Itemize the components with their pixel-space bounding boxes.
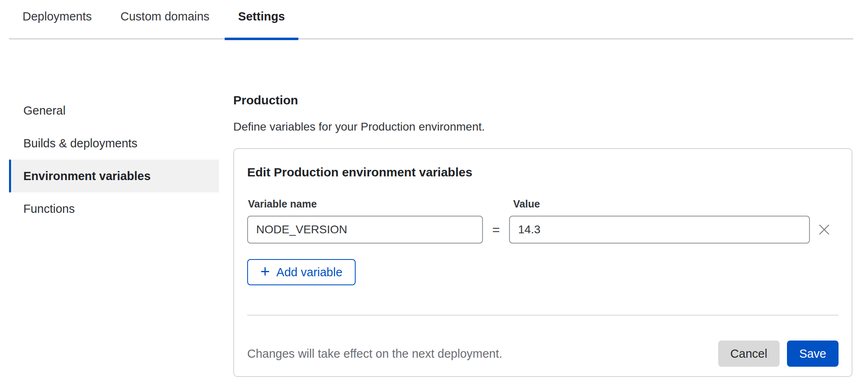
app-window: Deployments Custom domains Settings Gene…: [0, 0, 868, 388]
card-footer: Changes will take effect on the next dep…: [247, 341, 839, 367]
tab-bar: Deployments Custom domains Settings: [9, 0, 853, 39]
tab-settings-label: Settings: [238, 10, 285, 23]
sidebar-item-functions-label: Functions: [23, 202, 75, 216]
field-labels-row: Variable name Value: [247, 198, 839, 210]
add-variable-button[interactable]: + Add variable: [247, 259, 356, 285]
sidebar-item-environment-variables[interactable]: Environment variables: [9, 160, 219, 192]
variable-row: =: [247, 216, 839, 244]
card-title: Edit Production environment variables: [247, 165, 839, 179]
remove-variable-button[interactable]: [815, 220, 834, 239]
footer-actions: Cancel Save: [718, 341, 839, 367]
tab-custom-domains[interactable]: Custom domains: [107, 0, 223, 38]
settings-sidebar: General Builds & deployments Environment…: [9, 94, 219, 225]
page-title: Production: [233, 93, 852, 107]
plus-icon: +: [260, 263, 270, 280]
environment-variables-card: Edit Production environment variables Va…: [233, 148, 852, 377]
variable-name-label: Variable name: [247, 198, 483, 210]
tab-custom-domains-label: Custom domains: [120, 10, 210, 23]
sidebar-item-environment-variables-label: Environment variables: [23, 169, 151, 183]
close-icon: [817, 232, 831, 238]
tab-deployments[interactable]: Deployments: [9, 0, 105, 38]
add-variable-label: Add variable: [276, 266, 342, 279]
sidebar-item-general[interactable]: General: [9, 94, 219, 127]
sidebar-item-general-label: General: [23, 104, 65, 117]
variable-value-input[interactable]: [509, 216, 810, 244]
value-label: Value: [509, 198, 810, 210]
main-content: Production Define variables for your Pro…: [233, 93, 852, 377]
sidebar-item-builds-deployments-label: Builds & deployments: [23, 137, 138, 150]
deployment-note: Changes will take effect on the next dep…: [247, 347, 502, 361]
card-divider: [247, 315, 839, 316]
cancel-button[interactable]: Cancel: [718, 341, 780, 367]
variable-name-input[interactable]: [247, 216, 483, 244]
sidebar-item-functions[interactable]: Functions: [9, 192, 219, 225]
equals-sign: =: [483, 222, 509, 237]
sidebar-item-builds-deployments[interactable]: Builds & deployments: [9, 127, 219, 160]
page-subtitle: Define variables for your Production env…: [233, 120, 852, 133]
tab-deployments-label: Deployments: [23, 10, 92, 23]
save-button[interactable]: Save: [787, 341, 839, 367]
tab-settings[interactable]: Settings: [225, 0, 298, 38]
